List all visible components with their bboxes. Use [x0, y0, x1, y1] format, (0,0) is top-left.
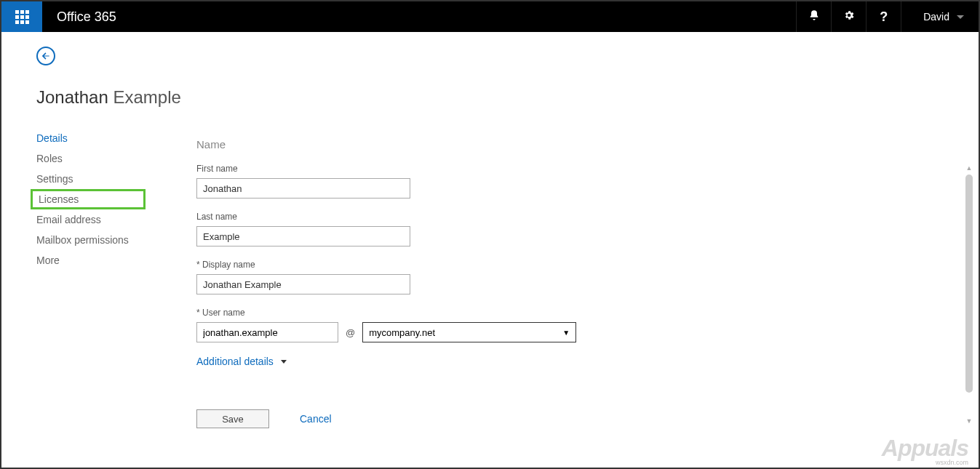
sidebar-item-email-address[interactable]: Email address: [36, 209, 131, 230]
scrollbar-thumb[interactable]: [965, 175, 973, 393]
page-title: Jonathan Example: [36, 87, 944, 108]
user-name-input[interactable]: [196, 322, 338, 342]
question-icon: ?: [880, 9, 888, 25]
top-bar: Office 365 ? David: [1, 1, 979, 32]
sidebar-item-settings[interactable]: Settings: [36, 169, 131, 189]
title-first-name: Jonathan: [36, 87, 108, 107]
last-name-input[interactable]: [196, 226, 410, 246]
arrow-left-icon: [41, 51, 51, 61]
back-button[interactable]: [36, 47, 55, 65]
user-name-label: * User name: [196, 308, 944, 318]
additional-details-label: Additional details: [196, 356, 274, 367]
gear-icon: [843, 9, 855, 24]
notifications-button[interactable]: [796, 1, 831, 32]
sidebar-item-mailbox-permissions[interactable]: Mailbox permissions: [36, 230, 131, 250]
chevron-down-icon: [281, 360, 287, 364]
sidebar-item-details[interactable]: Details: [36, 128, 131, 148]
content-area: Jonathan Example Details Roles Settings …: [3, 32, 977, 466]
last-name-label: Last name: [196, 212, 944, 222]
help-button[interactable]: ?: [866, 1, 901, 32]
sidebar-item-label: Email address: [36, 214, 101, 225]
sidebar-item-more[interactable]: More: [36, 250, 131, 270]
settings-button[interactable]: [831, 1, 866, 32]
title-last-name: Example: [113, 87, 180, 107]
sidebar-item-label: More: [36, 254, 60, 266]
sidebar-item-label: Mailbox permissions: [36, 234, 129, 246]
user-name-label: David: [923, 11, 949, 23]
display-name-input[interactable]: [196, 274, 410, 294]
sidebar-item-roles[interactable]: Roles: [36, 148, 131, 169]
sidebar-item-label: Roles: [36, 153, 63, 164]
waffle-icon: [15, 10, 29, 24]
cancel-button[interactable]: Cancel: [300, 413, 332, 425]
bell-icon: [808, 9, 820, 24]
domain-select[interactable]: mycompany.net ▼: [362, 322, 576, 342]
first-name-label: First name: [196, 164, 944, 174]
section-heading-name: Name: [196, 138, 944, 151]
user-menu[interactable]: David: [901, 1, 979, 32]
app-launcher-button[interactable]: [1, 1, 42, 32]
first-name-input[interactable]: [196, 178, 410, 199]
details-form: Name First name Last name * Display name…: [196, 128, 944, 428]
at-symbol: @: [346, 327, 355, 338]
save-button[interactable]: Save: [196, 409, 269, 428]
display-name-label: * Display name: [196, 260, 944, 270]
sidebar-item-label: Settings: [36, 173, 73, 185]
sidebar-item-licenses[interactable]: Licenses: [31, 189, 146, 209]
sidebar-item-label: Details: [36, 132, 68, 144]
domain-select-value: mycompany.net: [369, 327, 435, 338]
scroll-up-arrow[interactable]: ▲: [965, 164, 973, 172]
brand-label[interactable]: Office 365: [42, 9, 116, 25]
sidebar-item-label: Licenses: [39, 193, 79, 205]
chevron-down-icon: [957, 15, 964, 19]
sidebar-nav: Details Roles Settings Licenses Email ad…: [36, 128, 131, 428]
scroll-down-arrow[interactable]: ▼: [965, 417, 973, 425]
additional-details-toggle[interactable]: Additional details: [196, 356, 944, 367]
chevron-down-icon: ▼: [562, 329, 570, 337]
